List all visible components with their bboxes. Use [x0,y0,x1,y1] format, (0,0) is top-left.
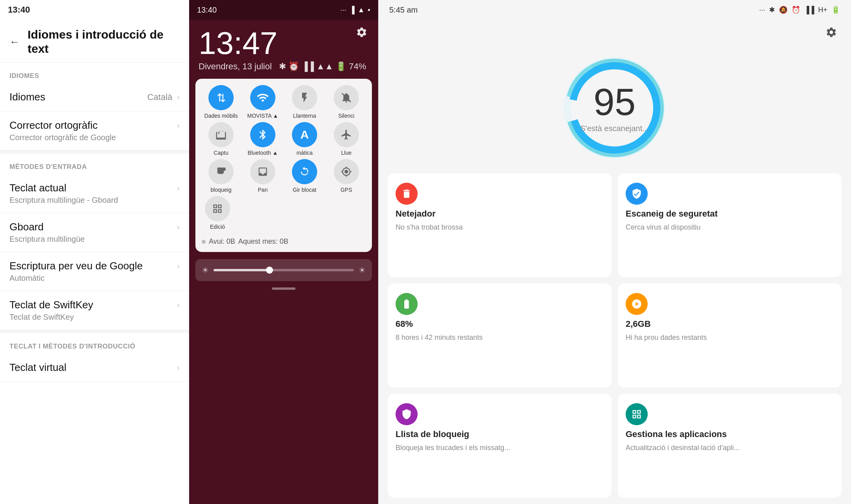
sec-gear-icon [825,26,837,38]
qs-tile-gps[interactable]: GPS [327,159,366,193]
sec-ring-content: 95 S'està escanejant... [580,83,649,133]
qs-brightness-row: ☀ ☀ [195,259,372,281]
llanterna-label: Llanterna [293,113,316,119]
idiomes-label: Idiomes [9,91,45,103]
battery-icon: ▪ [368,6,370,14]
sec-card-netejador[interactable]: Netejador No s'ha trobat brossa [388,173,611,277]
section-idiomes: IDIOMES [0,63,189,83]
settings-item-virtual[interactable]: Teclat virtual › [0,354,189,382]
silenci-label: Silenci [338,113,354,119]
sec-circle-area: 95 S'està escanejant... [378,45,851,167]
sec-card-data[interactable]: 2,6GB Hi ha prou dades restants [618,284,842,387]
qs-date-text: Divendres, 13 juliol [199,61,272,71]
settings-page-title: Idiomes i introducció de text [28,28,180,56]
sec-card-battery[interactable]: 68% 8 hores i 42 minuts restants [388,284,611,387]
section-metodes: MÈTODES D'ENTRADA [0,154,189,174]
panel-settings: 13:40 ← Idiomes i introducció de text ID… [0,0,189,504]
sec-alarm-icon: ⏰ [792,6,800,14]
escriptura-chevron-icon: › [177,261,180,271]
dades-label: Dades mòbils [204,113,238,119]
qs-tile-edicio[interactable]: Edició [202,196,233,230]
settings-header: ← Idiomes i introducció de text [0,20,189,63]
qs-tile-gir[interactable]: Gir blocat [285,159,324,193]
sec-settings-button[interactable] [823,24,840,41]
brightness-slider[interactable] [214,269,354,271]
sec-dots-icon: ··· [759,6,765,14]
gps-label: GPS [340,187,352,193]
escaneig-title: Escaneig de seguretat [626,209,834,219]
sec-header [378,20,851,45]
wifi-icon: ▲ [358,6,365,14]
sec-status-icons: ··· ✱ 🔕 ⏰ ▐▐ H+ 🔋 [759,6,840,14]
captura-label: Captu [214,150,228,156]
qs-clock-area: 13:47 Divendres, 13 juliol ✱ ⏰ ▐▐ ▲▲ 🔋 7… [189,20,378,75]
llista-icon [396,403,418,425]
gestiona-icon [626,403,648,425]
qs-grid-row2: Captu Bluetooth ▲ A màtica Llue [202,122,366,156]
virtual-chevron-icon: › [177,363,180,372]
edicio-label: Edició [210,224,225,230]
battery-subtitle: 8 hores i 42 minuts restants [396,333,604,342]
qs-time: 13:40 [197,6,217,15]
teclat-chevron-icon: › [177,183,180,193]
bluetooth-icon [250,122,275,147]
qs-tile-bluetooth[interactable]: Bluetooth ▲ [243,122,282,156]
llista-title: Llista de bloqueig [396,429,604,439]
escriptura-subtitle: Automàtic [9,274,180,283]
escriptura-label: Escriptura per veu de Google [9,260,143,272]
qs-statusbar: 13:40 ··· ▐ ▲ ▪ [189,0,378,20]
escaneig-icon [626,183,648,205]
sec-card-gestiona[interactable]: Gestiona les aplicacions Actualització i… [618,394,842,498]
swiftkey-label: Teclat de SwiftKey [9,299,93,311]
dades-icon: ⇅ [208,85,234,110]
pan-label: Pan [258,187,268,193]
divider-2 [0,330,189,333]
data-dot [202,240,206,244]
teclat-subtitle: Escriptura multilingüe - Gboard [9,196,180,205]
pan-icon [250,159,275,184]
sec-time: 5:45 am [389,6,418,15]
qs-tile-wifi[interactable]: MOVISTA ▲ [243,85,282,119]
qs-grid-row3: bloqueig Pan Gir blocat GPS [202,159,366,193]
brightness-fill [214,269,269,271]
qs-tile-auto[interactable]: A màtica [285,122,324,156]
qs-tile-bloqueig[interactable]: bloqueig [202,159,240,193]
sec-card-escaneig[interactable]: Escaneig de seguretat Cerca virus al dis… [618,173,842,277]
qs-scroll-indicator [189,287,378,290]
corrector-chevron-icon: › [177,121,180,130]
signal-bars-icon: ▐ [349,6,355,14]
settings-item-gboard[interactable]: Gboard › Escriptura multilingüe [0,213,189,252]
sec-signal-icon: ▐▐ [804,6,814,14]
scroll-bar [272,287,295,290]
qs-gear-button[interactable] [353,24,370,41]
avio-icon [334,122,359,147]
settings-item-corrector[interactable]: Corrector ortogràfic › Corrector ortogrà… [0,111,189,150]
section-teclat: TECLAT I MÈTODES D'INTRODUCCIÓ [0,333,189,354]
teclat-label: Teclat actual [9,182,67,194]
bloqueig-icon [208,159,234,184]
qs-tile-avio[interactable]: Llue [327,122,366,156]
settings-item-idiomes[interactable]: Idiomes Català › [0,83,189,111]
settings-item-escriptura-veu[interactable]: Escriptura per veu de Google › Automàtic [0,252,189,291]
qs-tile-pan[interactable]: Pan [243,159,282,193]
corrector-subtitle: Corrector ortogràfic de Google [9,133,180,142]
data-subtitle: Hi ha prou dades restants [626,333,834,342]
brightness-handle [266,267,273,274]
divider-1 [0,150,189,154]
settings-item-swiftkey[interactable]: Teclat de SwiftKey › Teclat de SwiftKey [0,291,189,330]
back-button[interactable]: ← [9,37,20,47]
qs-tile-silenci[interactable]: Silenci [327,85,366,119]
settings-item-teclat-actual[interactable]: Teclat actual › Escriptura multilingüe -… [0,174,189,213]
qs-tile-dades[interactable]: ⇅ Dades mòbils [202,85,240,119]
panel-security: 5:45 am ··· ✱ 🔕 ⏰ ▐▐ H+ 🔋 [378,0,851,504]
gear-icon [356,26,368,38]
qs-battery-pct: 74% [349,61,366,71]
data-month: Aquest mes: 0B [238,237,288,246]
llanterna-icon [292,85,317,110]
virtual-label: Teclat virtual [9,361,67,374]
sec-card-llista[interactable]: Llista de bloqueig Bloqueja les trucades… [388,394,611,498]
qs-tile-captura[interactable]: Captu [202,122,240,156]
silenci-icon [334,85,359,110]
bluetooth-label: Bluetooth ▲ [248,150,278,156]
qs-tile-llanterna[interactable]: Llanterna [285,85,324,119]
